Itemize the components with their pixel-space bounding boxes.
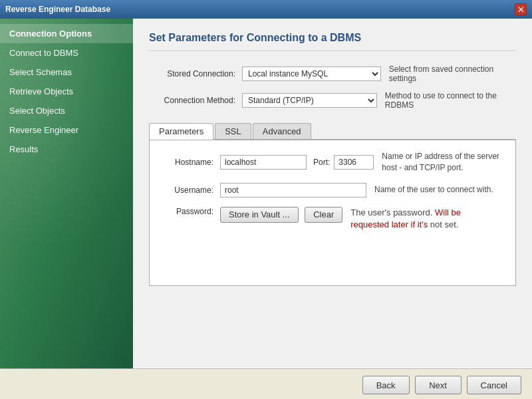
- sidebar-item-retrieve-objects[interactable]: Retrieve Objects: [0, 82, 133, 101]
- port-input[interactable]: [334, 155, 374, 170]
- password-row: Password: Store in Vault ... Clear The u…: [160, 207, 505, 231]
- hostname-input[interactable]: [220, 155, 307, 170]
- username-row: Username: Name of the user to connect wi…: [160, 183, 505, 198]
- connection-method-label: Connection Method:: [149, 96, 242, 105]
- connection-method-select[interactable]: Standard (TCP/IP) Standard (TCP/IP) over…: [242, 93, 377, 108]
- cancel-button[interactable]: Cancel: [467, 376, 521, 394]
- stored-connection-label: Stored Connection:: [149, 69, 242, 78]
- close-button[interactable]: ✕: [515, 3, 527, 15]
- password-hint: The user's password. Will be requested l…: [350, 207, 497, 231]
- tab-bar: Parameters SSL Advanced: [149, 123, 516, 140]
- window-title: Reverse Engineer Database: [5, 5, 110, 14]
- sidebar: Connection Options Connect to DBMS Selec…: [0, 19, 133, 368]
- sidebar-item-select-schemas[interactable]: Select Schemas: [0, 63, 133, 82]
- password-label: Password:: [160, 207, 220, 216]
- sidebar-item-reverse-engineer[interactable]: Reverse Engineer: [0, 120, 133, 140]
- sidebar-item-select-objects[interactable]: Select Objects: [0, 101, 133, 120]
- footer: Back Next Cancel: [0, 368, 532, 399]
- sidebar-item-results[interactable]: Results: [0, 140, 133, 159]
- tab-content-parameters: Hostname: Port: Name or IP address of th…: [149, 140, 516, 286]
- connection-method-row: Connection Method: Standard (TCP/IP) Sta…: [149, 91, 516, 110]
- content-area: Set Parameters for Connecting to a DBMS …: [133, 19, 532, 368]
- port-label: Port:: [313, 158, 330, 167]
- clear-password-button[interactable]: Clear: [305, 207, 342, 223]
- store-in-vault-button[interactable]: Store in Vault ...: [220, 207, 299, 223]
- hostname-label: Hostname:: [160, 158, 220, 167]
- tab-parameters[interactable]: Parameters: [149, 123, 213, 140]
- stored-connection-hint: Select from saved connection settings: [389, 65, 516, 83]
- hostname-hint: Name or IP address of the server host - …: [382, 151, 505, 174]
- stored-connection-row: Stored Connection: Local instance MySQL …: [149, 65, 516, 83]
- sidebar-item-connect-to-dbms[interactable]: Connect to DBMS: [0, 43, 133, 63]
- stored-connection-select[interactable]: Local instance MySQL New Connection: [242, 66, 381, 81]
- sidebar-item-connection-options[interactable]: Connection Options: [0, 24, 133, 43]
- username-input[interactable]: [220, 183, 366, 198]
- hostname-row: Hostname: Port: Name or IP address of th…: [160, 151, 505, 174]
- username-label: Username:: [160, 186, 220, 195]
- tab-container: Parameters SSL Advanced Hostname: Port: …: [149, 123, 516, 355]
- connection-method-hint: Method to use to connect to the RDBMS: [385, 91, 516, 110]
- next-button[interactable]: Next: [415, 376, 462, 394]
- tab-ssl[interactable]: SSL: [215, 123, 251, 139]
- tab-advanced[interactable]: Advanced: [253, 123, 311, 139]
- back-button[interactable]: Back: [362, 376, 410, 394]
- page-title: Set Parameters for Connecting to a DBMS: [149, 32, 516, 51]
- username-hint: Name of the user to connect with.: [374, 184, 493, 196]
